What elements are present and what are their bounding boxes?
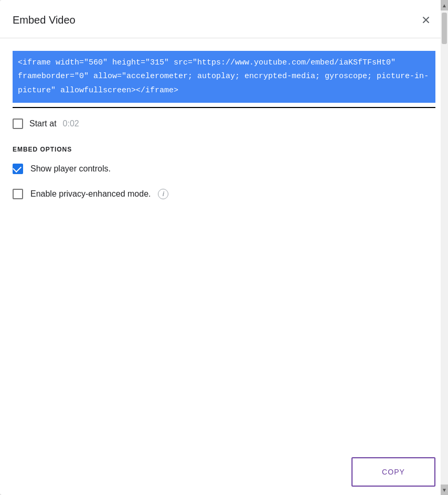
scrollbar-down-button[interactable]: ▼ xyxy=(441,485,448,495)
privacy-info-icon[interactable]: i xyxy=(158,189,168,199)
close-button[interactable] xyxy=(417,10,435,29)
privacy-enhanced-label: Enable privacy-enhanced mode. xyxy=(30,189,151,199)
copy-button[interactable]: COPY xyxy=(351,457,435,487)
start-at-row: Start at 0:02 xyxy=(13,119,435,129)
embed-options-heading: EMBED OPTIONS xyxy=(13,146,435,153)
show-player-controls-checkbox[interactable] xyxy=(13,164,23,174)
close-icon xyxy=(421,15,431,25)
scrollbar-up-button[interactable]: ▲ xyxy=(441,0,448,10)
show-player-controls-row: Show player controls. xyxy=(13,164,435,174)
embed-video-dialog: ▲ ▼ Embed Video <iframe width="560" heig… xyxy=(0,0,448,495)
start-at-label: Start at xyxy=(29,119,57,128)
embed-code-text[interactable]: <iframe width="560" height="315" src="ht… xyxy=(18,56,430,98)
embed-code-block[interactable]: <iframe width="560" height="315" src="ht… xyxy=(13,51,435,103)
start-at-checkbox[interactable] xyxy=(13,119,23,129)
embed-code-area[interactable]: <iframe width="560" height="315" src="ht… xyxy=(13,51,435,108)
show-player-controls-label: Show player controls. xyxy=(30,164,111,174)
dialog-header: Embed Video xyxy=(0,0,448,38)
privacy-enhanced-checkbox[interactable] xyxy=(13,189,23,199)
dialog-footer: COPY xyxy=(0,449,448,495)
dialog-title: Embed Video xyxy=(13,14,76,26)
scrollbar-track: ▲ ▼ xyxy=(441,0,448,495)
embed-options-section: EMBED OPTIONS Show player controls. Enab… xyxy=(13,146,435,199)
scrollbar-thumb[interactable] xyxy=(442,13,447,44)
privacy-enhanced-row: Enable privacy-enhanced mode. i xyxy=(13,189,435,199)
dialog-body: <iframe width="560" height="315" src="ht… xyxy=(0,38,448,449)
start-at-time: 0:02 xyxy=(63,119,79,128)
